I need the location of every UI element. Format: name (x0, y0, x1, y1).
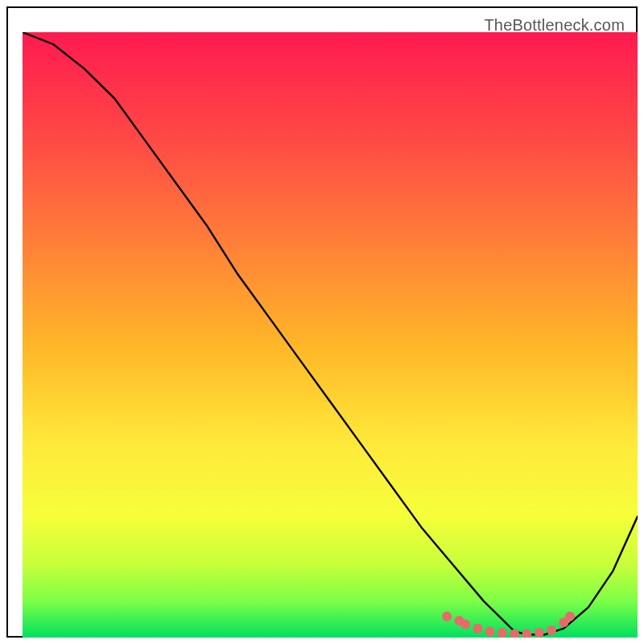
trough-dot (535, 628, 544, 638)
trough-dot (565, 612, 575, 621)
trough-dot (497, 628, 507, 638)
chart-frame: TheBottleneck.com (6, 6, 638, 638)
plot-area (23, 32, 638, 638)
trough-dot (485, 627, 495, 637)
heat-gradient (23, 32, 638, 638)
chart-svg (23, 32, 638, 638)
trough-dot (460, 620, 470, 630)
watermark-text: TheBottleneck.com (484, 16, 625, 35)
trough-dot (442, 612, 452, 621)
trough-dot (473, 624, 482, 634)
trough-dot (547, 625, 556, 635)
